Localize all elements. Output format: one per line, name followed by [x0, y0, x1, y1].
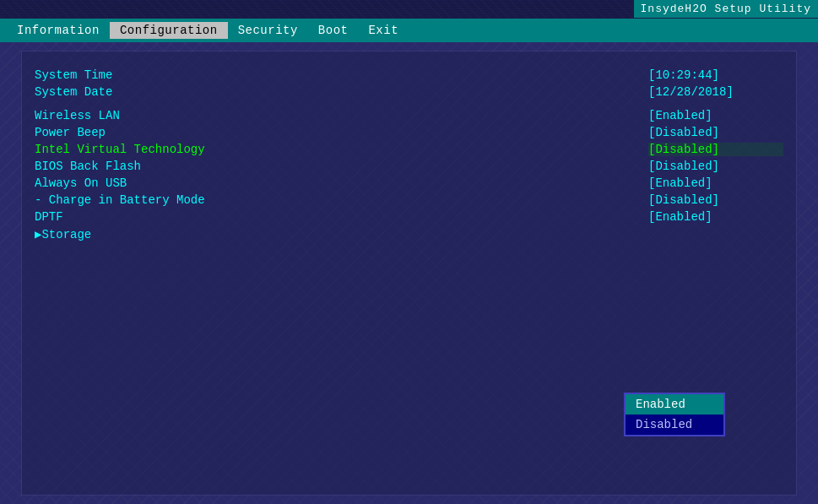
value-intel-vt: [Disabled]: [648, 143, 783, 156]
value-storage: [648, 227, 783, 241]
setting-row-charge-battery[interactable]: - Charge in Battery Mode [Disabled]: [35, 193, 783, 207]
menu-item-configuration[interactable]: Configuration: [110, 22, 228, 39]
label-charge-battery: - Charge in Battery Mode: [35, 193, 205, 207]
dropdown-option-disabled[interactable]: Disabled: [626, 415, 723, 435]
setting-row-wireless-lan[interactable]: Wireless LAN [Enabled]: [35, 109, 783, 122]
setting-row-bios-back-flash[interactable]: BIOS Back Flash [Disabled]: [35, 160, 783, 173]
main-content: System Time [10:29:44] System Date [12/2…: [0, 42, 818, 504]
setting-row-intel-vt[interactable]: Intel Virtual Technology [Disabled]: [35, 143, 783, 156]
value-charge-battery: [Disabled]: [648, 193, 783, 207]
menu-item-exit[interactable]: Exit: [358, 22, 409, 39]
label-storage: ▶Storage: [35, 227, 91, 241]
value-dptf: [Enabled]: [648, 210, 783, 224]
title-text: InsydeH2O Setup Utility: [641, 3, 811, 15]
value-power-beep: [Disabled]: [648, 126, 783, 139]
label-dptf: DPTF: [35, 210, 63, 224]
setting-row-dptf[interactable]: DPTF [Enabled]: [35, 210, 783, 224]
title-bar: InsydeH2O Setup Utility: [634, 0, 818, 18]
menu-bar: Information Configuration Security Boot …: [0, 19, 818, 42]
label-system-date: System Date: [35, 85, 112, 99]
dropdown-popup: Enabled Disabled: [624, 393, 725, 436]
value-system-time: [10:29:44]: [648, 68, 783, 82]
label-bios-back-flash: BIOS Back Flash: [35, 160, 141, 173]
menu-item-boot[interactable]: Boot: [308, 22, 359, 39]
settings-area: System Time [10:29:44] System Date [12/2…: [22, 51, 796, 262]
setting-row-system-time[interactable]: System Time [10:29:44]: [35, 68, 783, 82]
value-always-on-usb: [Enabled]: [648, 176, 783, 190]
value-wireless-lan: [Enabled]: [648, 109, 783, 122]
label-power-beep: Power Beep: [35, 126, 106, 139]
bios-screen: InsydeH2O Setup Utility Information Conf…: [0, 0, 818, 504]
menu-item-information[interactable]: Information: [7, 22, 110, 39]
menu-item-security[interactable]: Security: [228, 22, 308, 39]
setting-row-system-date[interactable]: System Date [12/28/2018]: [35, 85, 783, 99]
setting-row-always-on-usb[interactable]: Always On USB [Enabled]: [35, 176, 783, 190]
setting-row-storage[interactable]: ▶Storage: [35, 227, 783, 241]
label-always-on-usb: Always On USB: [35, 176, 127, 190]
dropdown-option-enabled[interactable]: Enabled: [626, 394, 723, 415]
label-wireless-lan: Wireless LAN: [35, 109, 120, 122]
label-intel-vt: Intel Virtual Technology: [35, 143, 205, 156]
label-system-time: System Time: [35, 68, 112, 82]
value-bios-back-flash: [Disabled]: [648, 160, 783, 173]
value-system-date: [12/28/2018]: [648, 85, 783, 99]
setting-row-power-beep[interactable]: Power Beep [Disabled]: [35, 126, 783, 139]
